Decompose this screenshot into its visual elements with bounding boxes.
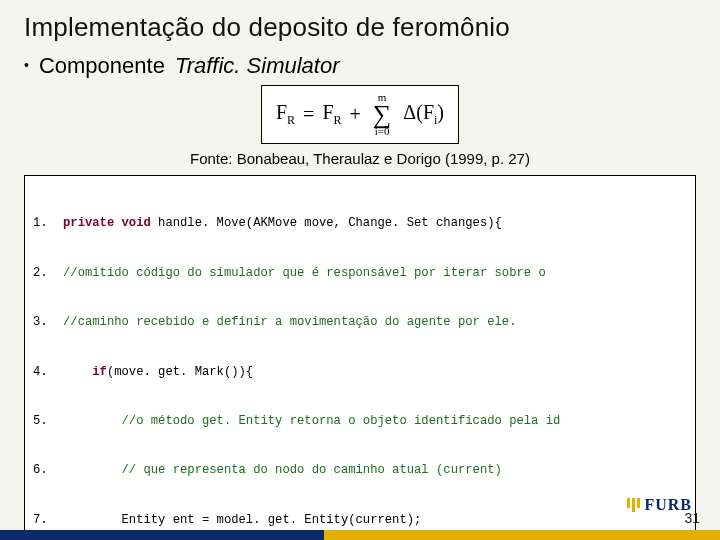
- formula-rhs1: FR: [322, 101, 341, 128]
- formula: FR = FR + m ∑ i=0 Δ(Fi): [276, 92, 444, 137]
- source-citation: Fonte: Bonabeau, Theraulaz e Dorigo (199…: [24, 150, 696, 167]
- bullet-row: • Componente Traffic. Simulator: [24, 53, 696, 79]
- component-name: Traffic. Simulator: [175, 53, 340, 79]
- formula-lhs: FR: [276, 101, 295, 128]
- plus-icon: +: [350, 103, 361, 126]
- code-line: 3.//caminho recebido e definir a movimen…: [33, 314, 687, 330]
- bullet-icon: •: [24, 57, 29, 73]
- sigma-icon: m ∑ i=0: [373, 92, 392, 137]
- page-number: 31: [684, 510, 700, 526]
- code-line: 5. //o método get. Entity retorna o obje…: [33, 413, 687, 429]
- formula-box: FR = FR + m ∑ i=0 Δ(Fi): [261, 85, 459, 144]
- footer-accent-bar: [0, 530, 720, 540]
- formula-delta: Δ(Fi): [403, 101, 444, 128]
- code-line: 4. if(move. get. Mark()){: [33, 364, 687, 380]
- code-block: 1.private void handle. Move(AKMove move,…: [24, 175, 696, 540]
- code-line: 7. Entity ent = model. get. Entity(curre…: [33, 512, 687, 528]
- slide: Implementação do deposito de feromônio •…: [0, 0, 720, 540]
- logo-bars-icon: [627, 498, 640, 512]
- code-line: 2.//omitido código do simulador que é re…: [33, 265, 687, 281]
- furb-logo: FURB: [627, 496, 692, 514]
- code-line: 6. // que representa do nodo do caminho …: [33, 462, 687, 478]
- component-label: Componente: [39, 53, 165, 79]
- equals-icon: =: [303, 103, 314, 126]
- slide-title: Implementação do deposito de feromônio: [24, 12, 696, 43]
- code-line: 1.private void handle. Move(AKMove move,…: [33, 215, 687, 231]
